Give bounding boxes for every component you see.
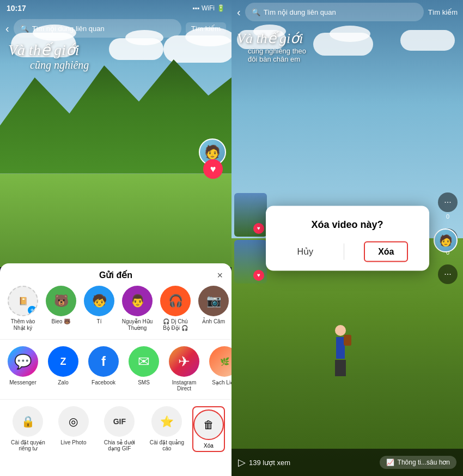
action-live-photo[interactable]: ◎ Live Photo: [57, 406, 90, 452]
thumb-1[interactable]: ♥: [234, 193, 267, 237]
right-lyrics-line1: Và thế giới: [237, 30, 306, 47]
share-divider-2: [0, 399, 232, 400]
privacy-icon: 🔒: [13, 406, 43, 437]
app-label-sanh: Sạch Liệu: [212, 379, 232, 385]
search-placeholder-right: Tìm nội dung liên quan: [264, 8, 336, 16]
plus-badge: +: [27, 305, 37, 315]
lyrics-overlay-left: Và thế giới cũng nghiêng: [8, 41, 89, 71]
app-sms[interactable]: ✉ SMS: [127, 346, 160, 391]
options-btn[interactable]: ···: [438, 264, 458, 284]
sms-icon: ✉: [129, 346, 159, 377]
person-head: [335, 325, 346, 336]
ads-icon: ⭐: [151, 406, 182, 437]
contact-label-2: Tí: [97, 318, 102, 325]
contact-nguyen[interactable]: 👨 Nguyễn Hữu Thường: [121, 286, 154, 332]
dialog-title: Xóa video này?: [277, 219, 418, 230]
search-icon-right: 🔍: [252, 8, 260, 16]
app-label-instagram: Instagram Direct: [168, 379, 200, 391]
more-count: 0: [446, 213, 449, 220]
app-instagram-direct[interactable]: ✈ Instagram Direct: [168, 346, 200, 391]
action-delete[interactable]: 🗑 Xóa: [192, 406, 225, 452]
more-icon: ···: [438, 192, 458, 212]
action-gif[interactable]: GIF Chia sẻ dưới dạng GIF: [98, 406, 142, 452]
view-count: 139 lượt xem: [249, 459, 290, 467]
contact-label-3: Nguyễn Hữu Thường: [121, 318, 154, 332]
signal-icon: ▪▪▪: [192, 4, 199, 12]
share-title: Gửi đến: [99, 270, 132, 280]
thumb-2[interactable]: ♥: [234, 240, 267, 284]
app-label-sms: SMS: [138, 379, 150, 385]
bottom-bar-right: ▷ 139 lượt xem 📈 Thông ti...sâu hơn: [232, 449, 463, 476]
contact-bieo[interactable]: 🐻 Bieo 🐻: [45, 286, 77, 332]
left-panel: 10:17 ▪▪▪ WiFi 🔋 ‹ 🔍 Tìm nội dung liên q…: [0, 0, 232, 476]
confirm-delete-button[interactable]: Xóa: [364, 241, 408, 262]
stats-button[interactable]: 📈 Thông ti...sâu hơn: [380, 456, 456, 469]
share-header: Gửi đến ×: [0, 270, 232, 286]
zalo-icon: Z: [48, 346, 78, 377]
app-zalo[interactable]: Z Zalo: [47, 346, 80, 391]
right-lyrics-line3: đôi bàn chân em: [248, 55, 306, 63]
options-icon: ···: [438, 264, 458, 284]
contact-add-journal[interactable]: 📔 + Thêm vào Nhật ký: [7, 286, 39, 332]
video-thumbnails: ♥ ♥: [234, 193, 267, 284]
action-label-delete: Xóa: [204, 443, 214, 449]
action-label-live-photo: Live Photo: [60, 439, 86, 445]
contact-avatar-2: 🧒: [84, 286, 114, 316]
play-icon: ▷: [238, 456, 246, 468]
right-avatar: 🧑: [434, 228, 458, 252]
back-button-left[interactable]: ‹: [5, 22, 9, 35]
share-apps: 💬 Messenger Z Zalo f Facebook ✉ SMS ✈ In…: [0, 346, 232, 399]
action-privacy[interactable]: 🔒 Cài đặt quyền riêng tư: [7, 406, 50, 452]
close-share-button[interactable]: ×: [217, 270, 223, 281]
search-placeholder-left: Tìm nội dung liên quan: [32, 25, 105, 33]
delete-icon: 🗑: [193, 409, 224, 440]
action-ads[interactable]: ⭐ Cài đặt quảng cáo: [149, 406, 185, 452]
status-time: 10:17: [7, 4, 26, 13]
person-legs: [335, 360, 346, 376]
app-facebook[interactable]: f Facebook: [87, 346, 120, 391]
app-label-facebook: Facebook: [92, 379, 115, 385]
contact-anh-cam[interactable]: 📷 Ảnh Câm: [197, 286, 230, 332]
right-panel: ‹ 🔍 Tìm nội dung liên quan Tìm kiếm Và t…: [232, 0, 463, 476]
action-label-privacy: Cài đặt quyền riêng tư: [7, 439, 50, 451]
share-sheet: Gửi đến × 📔 + Thêm vào Nhật ký 🐻 Bieo 🐻 …: [0, 263, 232, 476]
battery-icon: 🔋: [217, 4, 225, 12]
search-button-left[interactable]: Tìm kiếm: [186, 22, 226, 35]
lyrics-line2-left: cũng nghiêng: [30, 59, 89, 71]
app-sanh[interactable]: 🌿 Sạch Liệu: [208, 346, 232, 391]
add-icon: 📔: [19, 297, 28, 305]
add-journal-avatar: 📔 +: [8, 286, 38, 316]
status-bar-left: 10:17 ▪▪▪ WiFi 🔋: [0, 0, 232, 16]
share-divider-1: [0, 339, 232, 340]
search-field-left[interactable]: 🔍 Tìm nội dung liên quan: [14, 19, 181, 38]
delete-dialog: Xóa video này? Hủy Xóa: [266, 206, 429, 270]
messenger-icon: 💬: [8, 346, 38, 377]
thumb-heart-2: ♥: [253, 270, 264, 281]
rcloud-5: [400, 30, 455, 51]
action-label-gif: Chia sẻ dưới dạng GIF: [98, 439, 142, 451]
contact-avatar-4: 🎧: [160, 286, 191, 316]
contact-avatar-5: 📷: [198, 286, 229, 316]
search-button-right[interactable]: Tìm kiếm: [428, 8, 458, 16]
stats-chart-icon: 📈: [386, 459, 394, 466]
status-icons: ▪▪▪ WiFi 🔋: [192, 4, 225, 12]
rcloud-4: [330, 26, 370, 42]
right-lyrics-line2: cũng nghiêng theo: [248, 47, 306, 55]
lyrics-line1-left: Và thế giới: [8, 41, 89, 59]
app-label-zalo: Zalo: [58, 379, 68, 385]
instagram-direct-icon: ✈: [169, 346, 199, 377]
contact-dj[interactable]: 🎧 🎧 Dj Chú Bộ Đội 🎧: [159, 286, 192, 332]
person-pack: [344, 335, 351, 346]
contact-label-1: Bieo 🐻: [52, 318, 71, 325]
action-label-ads: Cài đặt quảng cáo: [149, 439, 185, 451]
more-options-btn[interactable]: ··· 0: [438, 192, 458, 220]
contact-ti[interactable]: 🧒 Tí: [83, 286, 115, 332]
contact-label-0: Thêm vào Nhật ký: [7, 318, 39, 332]
avatar-figure: 🧑: [204, 144, 221, 160]
back-button-right[interactable]: ‹: [237, 6, 241, 19]
cancel-button[interactable]: Hủy: [287, 242, 325, 261]
top-bar-right: ‹ 🔍 Tìm nội dung liên quan Tìm kiếm: [232, 0, 463, 24]
search-field-right[interactable]: 🔍 Tìm nội dung liên quan: [245, 3, 424, 21]
contact-label-4: 🎧 Dj Chú Bộ Đội 🎧: [159, 318, 192, 332]
app-messenger[interactable]: 💬 Messenger: [7, 346, 39, 391]
